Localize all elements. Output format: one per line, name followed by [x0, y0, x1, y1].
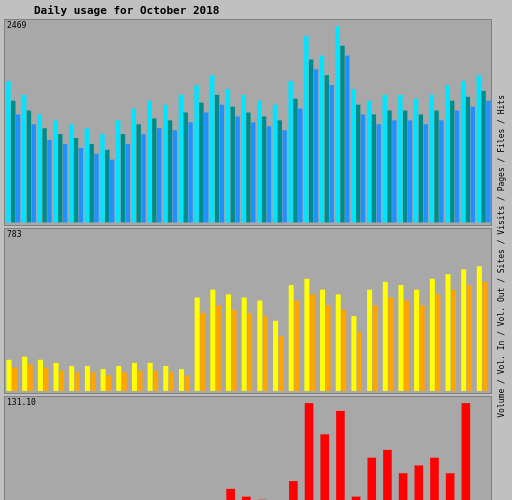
svg-rect-79 [408, 120, 412, 222]
svg-rect-84 [434, 111, 438, 223]
svg-rect-124 [226, 294, 231, 391]
svg-rect-41 [210, 75, 214, 222]
svg-rect-135 [310, 294, 315, 391]
svg-rect-28 [141, 134, 145, 222]
svg-rect-120 [195, 297, 200, 390]
svg-rect-102 [54, 362, 59, 390]
svg-rect-21 [105, 150, 109, 223]
svg-rect-177 [289, 481, 298, 500]
svg-rect-112 [132, 362, 137, 390]
svg-rect-101 [43, 367, 48, 390]
svg-rect-100 [38, 359, 43, 390]
svg-rect-60 [309, 60, 313, 223]
chart-container: Daily usage for October 2018 2469 783 [0, 0, 512, 500]
svg-rect-182 [367, 457, 376, 500]
svg-rect-144 [383, 281, 388, 390]
svg-rect-183 [383, 449, 392, 500]
svg-rect-14 [69, 124, 73, 222]
svg-rect-74 [382, 95, 386, 223]
svg-rect-77 [398, 95, 402, 223]
svg-rect-40 [204, 113, 208, 223]
svg-rect-44 [226, 89, 230, 222]
svg-rect-93 [481, 91, 485, 223]
svg-rect-90 [466, 97, 470, 223]
svg-rect-155 [467, 285, 472, 391]
svg-rect-140 [351, 316, 356, 391]
svg-rect-38 [194, 85, 198, 222]
svg-rect-29 [147, 101, 151, 223]
svg-rect-52 [267, 126, 271, 222]
svg-rect-145 [388, 297, 393, 390]
svg-rect-118 [179, 369, 184, 391]
svg-rect-117 [169, 372, 174, 391]
svg-rect-57 [293, 99, 297, 223]
svg-rect-114 [148, 362, 153, 390]
svg-rect-178 [305, 403, 314, 500]
svg-rect-89 [461, 81, 465, 222]
svg-rect-26 [132, 109, 136, 223]
svg-rect-35 [179, 95, 183, 223]
svg-rect-37 [188, 122, 192, 222]
svg-rect-91 [471, 107, 475, 223]
svg-rect-185 [414, 465, 423, 500]
svg-rect-174 [242, 496, 251, 500]
svg-rect-34 [173, 130, 177, 222]
svg-rect-66 [340, 46, 344, 223]
svg-rect-68 [351, 89, 355, 222]
svg-rect-152 [445, 274, 450, 391]
svg-rect-150 [430, 278, 435, 390]
svg-rect-54 [278, 120, 282, 222]
svg-rect-157 [482, 281, 487, 390]
svg-rect-153 [451, 289, 456, 390]
svg-rect-30 [152, 118, 156, 222]
svg-rect-62 [320, 56, 324, 223]
top-chart-panel: 2469 [4, 19, 492, 226]
svg-rect-56 [288, 81, 292, 222]
svg-rect-50 [257, 101, 261, 223]
svg-rect-85 [439, 120, 443, 222]
svg-rect-61 [314, 69, 318, 222]
svg-rect-48 [246, 113, 250, 223]
svg-rect-11 [53, 120, 57, 222]
svg-rect-121 [200, 313, 205, 391]
svg-rect-110 [116, 366, 121, 391]
svg-rect-143 [373, 305, 378, 391]
svg-rect-15 [74, 138, 78, 222]
svg-rect-59 [304, 36, 308, 223]
svg-rect-109 [106, 375, 111, 391]
svg-rect-25 [126, 144, 130, 223]
svg-rect-147 [404, 300, 409, 390]
svg-rect-184 [399, 473, 408, 500]
svg-rect-146 [398, 285, 403, 391]
svg-rect-180 [336, 410, 345, 500]
svg-rect-186 [430, 457, 439, 500]
svg-rect-2 [6, 81, 10, 222]
svg-rect-4 [16, 114, 20, 222]
svg-rect-187 [446, 473, 455, 500]
svg-rect-138 [336, 294, 341, 391]
svg-rect-125 [232, 309, 237, 390]
svg-rect-20 [100, 134, 104, 222]
svg-rect-142 [367, 289, 372, 390]
svg-rect-141 [357, 331, 362, 390]
svg-rect-47 [241, 95, 245, 223]
svg-rect-134 [304, 278, 309, 390]
svg-rect-128 [257, 300, 262, 390]
svg-rect-96 [7, 359, 12, 390]
svg-rect-116 [163, 366, 168, 391]
svg-rect-104 [69, 366, 74, 391]
svg-rect-151 [435, 294, 440, 391]
svg-rect-23 [116, 120, 120, 222]
svg-rect-16 [79, 148, 83, 223]
svg-rect-156 [477, 266, 482, 391]
svg-rect-133 [294, 300, 299, 390]
svg-rect-5 [22, 95, 26, 223]
svg-rect-73 [376, 124, 380, 222]
chart-title: Daily usage for October 2018 [4, 4, 508, 17]
svg-rect-33 [168, 120, 172, 222]
svg-rect-107 [90, 372, 95, 391]
svg-rect-13 [63, 144, 67, 223]
svg-rect-137 [326, 305, 331, 391]
svg-rect-99 [28, 364, 33, 390]
svg-rect-106 [85, 366, 90, 391]
